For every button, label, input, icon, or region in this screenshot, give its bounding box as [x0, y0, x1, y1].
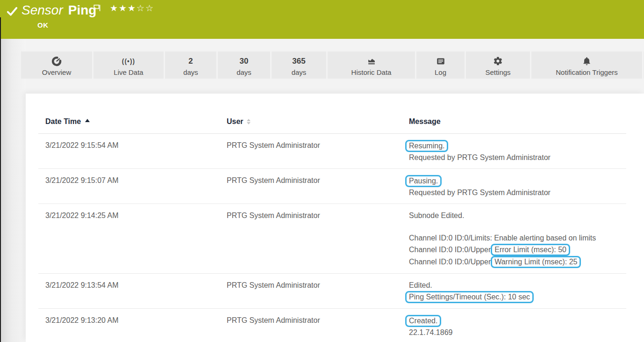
sort-both-icon — [247, 119, 250, 124]
left-edge-strip — [0, 17, 1, 342]
sensor-type-label: Sensor — [21, 3, 63, 17]
priority-flag-icon[interactable] — [93, 4, 101, 13]
cell-datetime: 3/21/2022 9:14:25 AM — [38, 210, 220, 268]
stars-empty[interactable]: ☆☆ — [136, 3, 154, 13]
cell-user: PRTG System Administrator — [220, 280, 402, 303]
tab-label: Settings — [485, 68, 510, 77]
left-margin — [0, 39, 26, 342]
table-header-row: Date Time User Message — [38, 94, 626, 134]
gauge-icon — [51, 55, 62, 67]
tab-label: Overview — [42, 68, 72, 77]
cell-user: PRTG System Administrator — [220, 140, 402, 163]
tab-label: days — [183, 68, 198, 77]
message-detail: Channel ID:0 ID:0/UpperError Limit (msec… — [409, 244, 626, 256]
area-chart-icon — [366, 55, 377, 67]
message-action: Subnode Edited. — [409, 210, 626, 221]
tab-label: Historic Data — [351, 68, 392, 77]
tab-log[interactable]: Log — [416, 51, 465, 79]
tab-notification-triggers[interactable]: Notification Triggers — [531, 51, 642, 79]
cell-message: Subnode Edited. Channel ID:0 ID:0/Limits… — [402, 210, 626, 268]
message-detail: Channel ID:0 ID:0/UpperWarning Limit (ms… — [409, 256, 626, 268]
cell-datetime: 3/21/2022 9:13:20 AM — [38, 315, 220, 338]
tab-live-data[interactable]: ((•)) Live Data — [93, 51, 164, 79]
tab-number: 365 — [292, 55, 305, 67]
tab-label: Notification Triggers — [556, 68, 618, 77]
gear-icon — [493, 55, 503, 67]
status-check-icon — [6, 5, 18, 17]
cell-message: Edited. Ping Settings/Timeout (Sec.): 10… — [402, 280, 626, 303]
highlight-box: Resuming. — [405, 140, 448, 152]
cell-message: Created. 22.1.74.1869 — [402, 315, 626, 338]
tab-number: 30 — [240, 55, 249, 67]
cell-user: PRTG System Administrator — [220, 175, 402, 198]
message-detail: Channel ID:0 ID:0/Limits: Enable alertin… — [409, 233, 626, 244]
cell-datetime: 3/21/2022 9:15:54 AM — [38, 140, 220, 163]
column-header-datetime[interactable]: Date Time — [38, 117, 220, 126]
log-icon — [436, 55, 446, 67]
tab-365-days[interactable]: 365 days — [272, 51, 326, 79]
sensor-tabbar: Overview ((•)) Live Data 2 days 30 days … — [21, 51, 644, 79]
tab-2-days[interactable]: 2 days — [165, 51, 216, 79]
sensor-header: SensorPing ★★★☆☆ OK — [0, 0, 644, 39]
column-header-message[interactable]: Message — [402, 117, 626, 126]
column-header-label: Message — [409, 117, 441, 126]
tab-overview[interactable]: Overview — [21, 51, 92, 79]
message-detail: Requested by PRTG System Administrator — [409, 187, 626, 198]
tab-30-days[interactable]: 30 days — [218, 51, 270, 79]
cell-message: Resuming. Requested by PRTG System Admin… — [402, 140, 626, 163]
highlight-box: Created. — [405, 315, 441, 327]
tab-label: Log — [435, 68, 446, 77]
column-header-label: User — [227, 117, 243, 126]
column-header-user[interactable]: User — [220, 117, 402, 126]
table-row: 3/21/2022 9:15:07 AM PRTG System Adminis… — [38, 169, 626, 204]
highlight-box: Error Limit (msec): 50 — [491, 244, 570, 256]
tab-label: days — [236, 68, 251, 77]
stars-filled[interactable]: ★★★ — [110, 3, 136, 13]
cell-datetime: 3/21/2022 9:15:07 AM — [38, 175, 220, 198]
sort-ascending-icon — [85, 119, 90, 122]
message-action: Edited. — [409, 280, 626, 291]
table-row: 3/21/2022 9:13:20 AM PRTG System Adminis… — [38, 309, 626, 342]
status-badge: OK — [37, 21, 49, 29]
tab-label: Live Data — [114, 68, 143, 77]
highlight-box: Warning Limit (msec): 25 — [491, 256, 581, 268]
content-panel: Date Time User Message 3/21/2022 9:15:54… — [26, 94, 644, 342]
log-table: Date Time User Message 3/21/2022 9:15:54… — [26, 94, 644, 342]
sensor-name: Ping — [68, 3, 97, 17]
table-row: 3/21/2022 9:14:25 AM PRTG System Adminis… — [38, 204, 626, 274]
page-title: SensorPing — [21, 3, 96, 18]
tab-historic-data[interactable]: Historic Data — [328, 51, 415, 79]
detail-prefix: Channel ID:0 ID:0/Upper — [409, 258, 491, 266]
tab-number: 2 — [188, 55, 193, 67]
cell-user: PRTG System Administrator — [220, 315, 402, 338]
bell-icon — [582, 55, 592, 67]
detail-prefix: Channel ID:0 ID:0/Upper — [409, 246, 491, 254]
cell-message: Pausing. Requested by PRTG System Admini… — [402, 175, 626, 198]
message-detail: 22.1.74.1869 — [409, 327, 626, 338]
column-header-label: Date Time — [45, 117, 81, 126]
cell-datetime: 3/21/2022 9:13:54 AM — [38, 280, 220, 303]
table-row: 3/21/2022 9:15:54 AM PRTG System Adminis… — [38, 134, 626, 169]
highlight-box: Ping Settings/Timeout (Sec.): 10 sec — [405, 291, 534, 303]
highlight-box: Pausing. — [405, 175, 442, 187]
rating-stars[interactable]: ★★★☆☆ — [110, 3, 154, 13]
tab-label: days — [292, 68, 307, 77]
tab-settings[interactable]: Settings — [466, 51, 530, 79]
table-row: 3/21/2022 9:13:54 AM PRTG System Adminis… — [38, 274, 626, 309]
live-data-icon: ((•)) — [122, 55, 136, 67]
cell-user: PRTG System Administrator — [220, 210, 402, 268]
message-detail: Requested by PRTG System Administrator — [409, 152, 626, 163]
